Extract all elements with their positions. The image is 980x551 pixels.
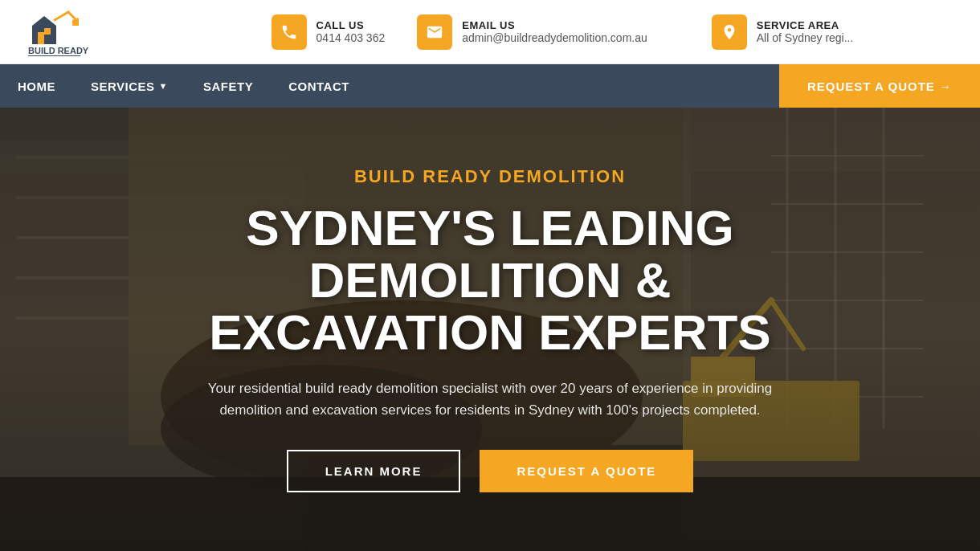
email-icon bbox=[426, 23, 443, 41]
logo-area: BUILD READY DEMOLITION bbox=[16, 8, 161, 56]
map-icon-box bbox=[712, 14, 747, 50]
svg-text:BUILD READY: BUILD READY bbox=[28, 46, 89, 55]
svg-marker-5 bbox=[72, 18, 79, 26]
learn-more-button[interactable]: LEARN MORE bbox=[287, 450, 461, 492]
email-icon-box bbox=[417, 14, 452, 50]
hero-content: BUILD READY DEMOLITION SYDNEY'S LEADING … bbox=[129, 166, 851, 493]
call-label: CALL US bbox=[316, 19, 386, 31]
phone-icon bbox=[280, 23, 298, 41]
nav-home[interactable]: HOME bbox=[0, 64, 73, 108]
hero-subtitle: BUILD READY DEMOLITION bbox=[153, 166, 827, 187]
navbar: HOME SERVICES ▼ SAFETY CONTACT REQUEST A… bbox=[0, 64, 980, 108]
email-us-item: EMAIL US admin@buildreadydemolition.com.… bbox=[417, 14, 647, 50]
nav-safety[interactable]: SAFETY bbox=[186, 64, 271, 108]
service-label: SERVICE AREA bbox=[757, 19, 854, 31]
svg-line-4 bbox=[68, 12, 76, 20]
logo-svg: BUILD READY DEMOLITION bbox=[16, 8, 145, 56]
svg-line-3 bbox=[55, 12, 68, 20]
email-address: admin@buildreadydemolition.com.au bbox=[462, 31, 647, 44]
call-number: 0414 403 362 bbox=[316, 31, 386, 44]
nav-services[interactable]: SERVICES ▼ bbox=[73, 64, 186, 108]
top-bar: BUILD READY DEMOLITION CALL US 0414 403 … bbox=[0, 0, 980, 64]
hero-buttons: LEARN MORE REQUEST A QUOTE bbox=[153, 450, 827, 492]
svg-rect-7 bbox=[28, 55, 80, 56]
service-value: All of Sydney regi... bbox=[757, 31, 854, 44]
svg-rect-2 bbox=[44, 28, 51, 35]
service-area-item: SERVICE AREA All of Sydney regi... bbox=[712, 14, 854, 50]
call-us-text: CALL US 0414 403 362 bbox=[316, 19, 386, 44]
request-quote-button[interactable]: REQUEST A QUOTE bbox=[480, 450, 693, 492]
map-icon bbox=[721, 23, 738, 41]
nav-contact[interactable]: CONTACT bbox=[271, 64, 367, 108]
nav-links: HOME SERVICES ▼ SAFETY CONTACT bbox=[0, 64, 779, 108]
services-dropdown-arrow: ▼ bbox=[159, 81, 168, 91]
contact-items: CALL US 0414 403 362 EMAIL US admin@buil… bbox=[161, 14, 964, 50]
service-area-text: SERVICE AREA All of Sydney regi... bbox=[757, 19, 854, 44]
nav-quote-button[interactable]: REQUEST A QUOTE → bbox=[779, 64, 980, 108]
phone-icon-box bbox=[272, 14, 307, 50]
hero-title: SYDNEY'S LEADING DEMOLITION & EXCAVATION… bbox=[153, 202, 827, 358]
hero-description: Your residential build ready demolition … bbox=[189, 378, 791, 421]
call-us-item: CALL US 0414 403 362 bbox=[272, 14, 386, 50]
email-label: EMAIL US bbox=[462, 19, 647, 31]
hero-section: BUILD READY DEMOLITION SYDNEY'S LEADING … bbox=[0, 108, 980, 551]
svg-rect-1 bbox=[38, 32, 44, 44]
email-us-text: EMAIL US admin@buildreadydemolition.com.… bbox=[462, 19, 647, 44]
